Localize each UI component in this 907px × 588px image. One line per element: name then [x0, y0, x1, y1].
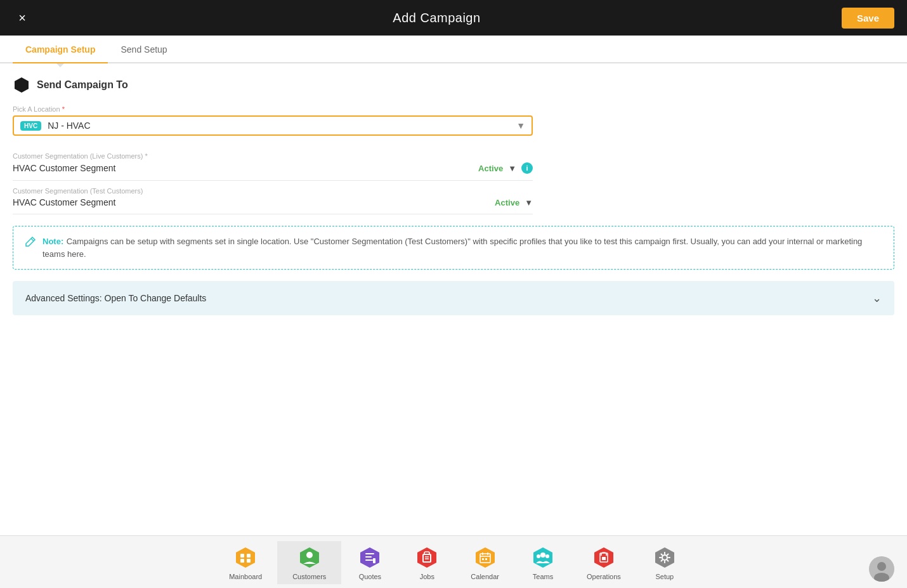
live-segmentation-row: Customer Segmentation (Live Customers) *…: [13, 146, 533, 181]
svg-rect-11: [365, 559, 373, 561]
tab-indicator: [55, 62, 65, 67]
live-seg-status: Active: [478, 164, 503, 173]
customers-icon: [297, 545, 322, 570]
nav-item-quotes[interactable]: Quotes: [341, 541, 398, 584]
nav-item-customers[interactable]: Customers: [277, 541, 341, 584]
note-label: Note:: [42, 237, 63, 246]
live-segmentation-section: Customer Segmentation (Live Customers) *…: [13, 146, 533, 214]
svg-marker-17: [476, 547, 495, 568]
note-box: Note: Campaigns can be setup with segmen…: [13, 226, 894, 270]
note-text: Campaigns can be setup with segments set…: [42, 237, 862, 259]
location-badge: HVC: [20, 121, 41, 131]
svg-point-26: [537, 554, 540, 558]
svg-marker-0: [15, 77, 29, 93]
tab-campaign-setup[interactable]: Campaign Setup: [13, 36, 108, 62]
svg-point-25: [540, 552, 545, 558]
jobs-icon: [414, 545, 440, 570]
svg-rect-30: [602, 557, 606, 560]
live-seg-label: Customer Segmentation (Live Customers) *: [13, 152, 533, 160]
save-button[interactable]: Save: [842, 8, 894, 29]
svg-rect-9: [365, 553, 374, 554]
live-seg-right: Active ▼ i: [478, 162, 533, 174]
live-seg-name: HVAC Customer Segment: [13, 163, 115, 173]
test-seg-status: Active: [495, 198, 519, 207]
advanced-settings-panel[interactable]: Advanced Settings: Open To Change Defaul…: [13, 281, 894, 315]
section-header: Send Campaign To: [13, 76, 894, 94]
test-segmentation-row: Customer Segmentation (Test Customers) H…: [13, 181, 533, 214]
mainboard-icon: [233, 545, 258, 570]
nav-item-operations[interactable]: Operations: [571, 541, 636, 584]
svg-rect-22: [482, 558, 484, 560]
setup-label: Setup: [655, 573, 674, 580]
nav-item-jobs[interactable]: Jobs: [398, 541, 455, 584]
test-seg-label: Customer Segmentation (Test Customers): [13, 187, 533, 195]
jobs-label: Jobs: [420, 573, 434, 580]
advanced-settings-label: Advanced Settings: Open To Change Defaul…: [25, 293, 206, 303]
svg-rect-23: [485, 558, 487, 560]
hex-icon: [13, 76, 30, 94]
tab-bar: Campaign Setup Send Setup: [0, 36, 907, 63]
teams-icon: [530, 545, 556, 570]
svg-point-27: [545, 554, 549, 558]
svg-rect-2: [240, 554, 244, 558]
live-seg-content: HVAC Customer Segment Active ▼ i: [13, 162, 533, 174]
bottom-nav: Mainboard Customers: [0, 535, 907, 588]
operations-label: Operations: [587, 573, 621, 580]
dropdown-arrow-icon: ▼: [516, 121, 525, 131]
nav-item-mainboard[interactable]: Mainboard: [214, 541, 277, 584]
svg-marker-31: [655, 547, 674, 568]
quotes-icon: [357, 545, 382, 570]
svg-marker-13: [417, 547, 436, 568]
mainboard-label: Mainboard: [229, 573, 262, 580]
nav-item-teams[interactable]: Teams: [514, 541, 571, 584]
section-title: Send Campaign To: [37, 79, 128, 91]
note-content: Note: Campaigns can be setup with segmen…: [42, 235, 884, 260]
quotes-label: Quotes: [359, 573, 381, 580]
close-button[interactable]: ×: [13, 11, 32, 25]
tab-send-setup[interactable]: Send Setup: [108, 36, 179, 62]
page-title: Add Campaign: [393, 11, 480, 25]
svg-marker-1: [236, 547, 255, 568]
chevron-down-icon: ⌄: [872, 291, 882, 305]
location-field-group: Pick A Location * HVC NJ - HVAC ▼: [13, 105, 894, 136]
svg-rect-5: [247, 559, 251, 563]
svg-rect-10: [365, 556, 372, 558]
svg-rect-12: [373, 558, 375, 563]
test-seg-dropdown-icon[interactable]: ▼: [525, 198, 533, 207]
setup-icon: [652, 545, 677, 570]
main-content: Send Campaign To Pick A Location * HVC N…: [0, 63, 907, 535]
svg-point-34: [877, 562, 886, 571]
test-seg-name: HVAC Customer Segment: [13, 197, 115, 207]
customers-label: Customers: [292, 573, 326, 580]
header: × Add Campaign Save: [0, 0, 907, 36]
nav-items: Mainboard Customers: [214, 541, 693, 584]
test-seg-content: HVAC Customer Segment Active ▼: [13, 197, 533, 207]
location-label: Pick A Location *: [13, 105, 894, 113]
svg-point-7: [306, 552, 313, 558]
location-dropdown[interactable]: HVC NJ - HVAC ▼: [13, 115, 533, 136]
svg-rect-4: [240, 559, 244, 563]
operations-icon: [591, 545, 617, 570]
calendar-label: Calendar: [471, 573, 499, 580]
info-icon[interactable]: i: [521, 162, 533, 174]
calendar-icon: [473, 545, 498, 570]
test-seg-right: Active ▼: [495, 198, 533, 207]
nav-item-calendar[interactable]: Calendar: [455, 541, 514, 584]
avatar[interactable]: [869, 556, 894, 582]
note-edit-icon: [23, 236, 36, 252]
svg-rect-3: [247, 554, 251, 558]
nav-item-setup[interactable]: Setup: [636, 541, 693, 584]
live-seg-dropdown-icon[interactable]: ▼: [508, 164, 516, 173]
teams-label: Teams: [533, 573, 553, 580]
location-value: NJ - HVAC: [48, 121, 516, 131]
